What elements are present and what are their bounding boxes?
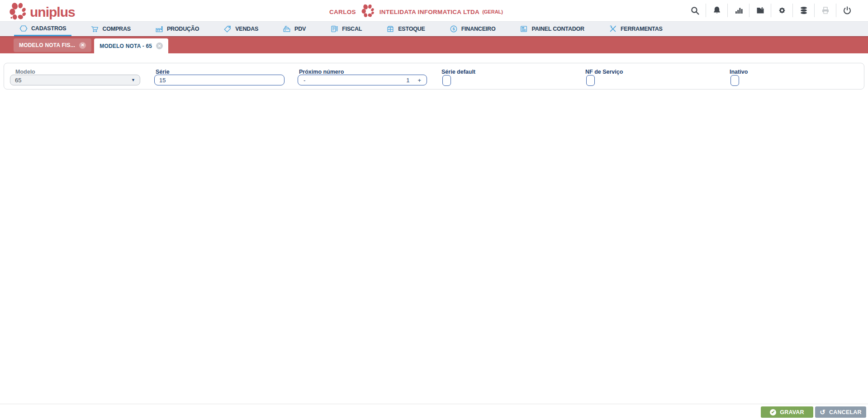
svg-text:$: $ bbox=[452, 27, 455, 31]
serie-default-checkbox[interactable] bbox=[442, 75, 451, 86]
menu-label: FISCAL bbox=[342, 26, 362, 32]
menu-item-vendas[interactable]: VENDAS bbox=[218, 22, 264, 36]
serie-input[interactable] bbox=[154, 75, 285, 85]
menu-item-financeiro[interactable]: $ FINANCEIRO bbox=[444, 22, 501, 36]
menu-item-pdv[interactable]: PDV bbox=[277, 22, 311, 36]
modelo-label: Modelo bbox=[15, 69, 35, 75]
menu-item-painel-contador[interactable]: PAINEL CONTADOR bbox=[514, 22, 589, 36]
menu-label: COMPRAS bbox=[102, 26, 131, 32]
cancel-button-label: CANCELAR bbox=[829, 409, 862, 415]
cancel-button[interactable]: ↺ CANCELAR bbox=[815, 406, 866, 418]
close-icon[interactable]: ✕ bbox=[79, 42, 86, 49]
session-info: CARLOS INTELIDATA INFORMATICA LTDA (GERA… bbox=[329, 4, 503, 20]
chevron-down-icon: ▼ bbox=[131, 78, 135, 82]
menu-item-compras[interactable]: COMPRAS bbox=[85, 22, 136, 36]
serie-default-label: Série default bbox=[441, 69, 475, 75]
menu-label: VENDAS bbox=[235, 26, 258, 32]
menu-item-producao[interactable]: PRODUÇÃO bbox=[150, 22, 204, 36]
cash-register-icon bbox=[283, 25, 291, 33]
modelo-nota-form-panel: Modelo 65 ▼ Série Próximo número - 1 + S… bbox=[4, 63, 864, 90]
menu-label: FERRAMENTAS bbox=[621, 26, 663, 32]
save-button[interactable]: ✔ GRAVAR bbox=[761, 406, 813, 418]
shopping-cart-icon bbox=[90, 25, 99, 33]
proximo-numero-stepper[interactable]: - 1 + bbox=[298, 75, 427, 85]
notifications-icon[interactable] bbox=[706, 4, 728, 17]
logo-text: uniplus bbox=[30, 5, 75, 20]
close-icon[interactable]: ✕ bbox=[156, 42, 163, 49]
tab-modelo-nota-fiscal[interactable]: MODELO NOTA FIS... ✕ bbox=[14, 38, 91, 52]
menu-label: CADASTROS bbox=[31, 25, 66, 32]
print-icon bbox=[815, 4, 836, 17]
crate-icon bbox=[386, 25, 394, 33]
proximo-numero-label: Próximo número bbox=[299, 69, 344, 75]
settings-icon[interactable] bbox=[771, 4, 793, 17]
hexagon-icon bbox=[19, 24, 28, 33]
inativo-label: Inativo bbox=[730, 69, 748, 75]
menu-item-estoque[interactable]: ESTOQUE bbox=[381, 22, 431, 36]
calculator-panel-icon bbox=[520, 25, 528, 33]
database-icon[interactable] bbox=[793, 4, 815, 17]
decrement-button[interactable]: - bbox=[304, 77, 305, 84]
company-scope: (GERAL) bbox=[482, 9, 503, 14]
menu-item-fiscal[interactable]: FISCAL bbox=[325, 22, 367, 36]
menu-label: PRODUÇÃO bbox=[167, 26, 199, 32]
menu-item-ferramentas[interactable]: FERRAMENTAS bbox=[603, 22, 668, 36]
inativo-checkbox[interactable] bbox=[730, 75, 739, 86]
open-tabs-bar: MODELO NOTA FIS... ✕ MODELO NOTA - 65 ✕ bbox=[0, 36, 868, 53]
clipboard-icon bbox=[330, 25, 338, 33]
documents-icon[interactable] bbox=[749, 4, 771, 17]
serie-label: Série bbox=[156, 69, 170, 75]
tab-label: MODELO NOTA - 65 bbox=[100, 43, 152, 49]
modelo-value: 65 bbox=[15, 77, 21, 84]
tab-modelo-nota-65[interactable]: MODELO NOTA - 65 ✕ bbox=[94, 38, 168, 53]
modelo-select[interactable]: 65 ▼ bbox=[10, 75, 140, 85]
price-tag-icon bbox=[223, 25, 232, 33]
uniplus-logo: uniplus bbox=[8, 2, 75, 23]
flower-mini-icon bbox=[360, 4, 375, 20]
save-button-label: GRAVAR bbox=[780, 409, 804, 415]
dollar-circle-icon: $ bbox=[450, 25, 458, 33]
menu-item-cadastros[interactable]: CADASTROS bbox=[14, 22, 71, 36]
flower-logo-icon bbox=[8, 2, 27, 23]
tools-icon bbox=[609, 25, 617, 33]
tab-label: MODELO NOTA FIS... bbox=[19, 42, 75, 48]
statistics-icon[interactable] bbox=[728, 4, 749, 17]
user-name: CARLOS bbox=[329, 9, 356, 15]
check-circle-icon: ✔ bbox=[770, 409, 776, 415]
menu-label: FINANCEIRO bbox=[461, 26, 496, 32]
menu-label: ESTOQUE bbox=[398, 26, 425, 32]
nf-de-servico-checkbox[interactable] bbox=[586, 75, 595, 86]
search-icon[interactable] bbox=[684, 4, 706, 17]
increment-button[interactable]: + bbox=[417, 77, 421, 84]
app-header: uniplus CARLOS INTELIDATA INFORMATICA LT… bbox=[0, 0, 868, 21]
proximo-numero-value: 1 bbox=[406, 77, 409, 84]
menu-label: PDV bbox=[294, 26, 306, 32]
main-menu-bar: CADASTROS COMPRAS PRODUÇÃO VENDAS bbox=[0, 21, 868, 36]
nf-de-servico-label: NF de Serviço bbox=[585, 69, 623, 75]
power-icon[interactable] bbox=[836, 4, 858, 17]
factory-icon bbox=[155, 25, 163, 33]
header-action-bar bbox=[684, 4, 858, 17]
action-footer: ✔ GRAVAR ↺ CANCELAR bbox=[0, 404, 868, 420]
company-name: INTELIDATA INFORMATICA LTDA bbox=[379, 9, 479, 15]
menu-label: PAINEL CONTADOR bbox=[531, 26, 584, 32]
undo-icon: ↺ bbox=[820, 409, 825, 415]
